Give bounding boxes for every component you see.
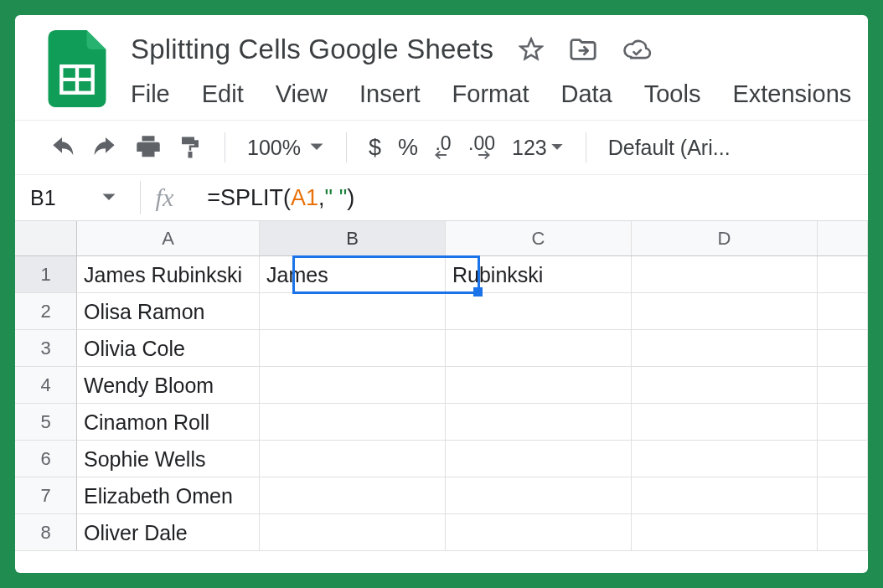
cell-C2[interactable] xyxy=(446,293,632,330)
cell-B8[interactable] xyxy=(260,514,446,551)
menu-format[interactable]: Format xyxy=(452,80,529,108)
cell-C3[interactable] xyxy=(446,330,632,367)
format-currency[interactable]: $ xyxy=(369,135,381,161)
title-bar: Splitting Cells Google Sheets xyxy=(15,15,868,108)
grid-row: 2Olisa Ramon xyxy=(15,293,868,330)
row-header[interactable]: 1 xyxy=(15,256,77,293)
menu-insert[interactable]: Insert xyxy=(359,80,421,108)
cell-B4[interactable] xyxy=(260,367,446,404)
cell-B7[interactable] xyxy=(260,477,446,514)
toolbar-separator xyxy=(346,132,347,162)
cell-D8[interactable] xyxy=(632,514,818,551)
document-title[interactable]: Splitting Cells Google Sheets xyxy=(131,34,493,65)
menu-edit[interactable]: Edit xyxy=(202,80,244,108)
grid-row: 7Elizabeth Omen xyxy=(15,477,868,514)
column-header-E[interactable] xyxy=(818,221,868,255)
menu-data[interactable]: Data xyxy=(560,80,612,108)
caret-down-icon xyxy=(309,142,324,152)
cell-B5[interactable] xyxy=(260,404,446,441)
zoom-value: 100% xyxy=(247,136,301,160)
toolbar: 100% $ % .0 .00 123 Default (Ari... xyxy=(15,121,868,174)
name-box[interactable]: B1 xyxy=(30,186,140,210)
spreadsheet-grid[interactable]: A B C D 1James RubinkskiJamesRubinkski2O… xyxy=(15,221,868,551)
cell-E1[interactable] xyxy=(818,256,868,293)
fx-icon: fx xyxy=(156,183,174,212)
cell-D3[interactable] xyxy=(632,330,818,367)
menu-view[interactable]: View xyxy=(276,80,328,108)
cell-C7[interactable] xyxy=(446,477,632,514)
cell-A2[interactable]: Olisa Ramon xyxy=(77,293,260,330)
row-header[interactable]: 3 xyxy=(15,330,77,367)
cell-D1[interactable] xyxy=(632,256,818,293)
zoom-dropdown[interactable]: 100% xyxy=(247,136,324,160)
undo-icon[interactable] xyxy=(49,137,75,157)
cell-D2[interactable] xyxy=(632,293,818,330)
cell-E3[interactable] xyxy=(818,330,868,367)
grid-row: 8Oliver Dale xyxy=(15,514,868,551)
toolbar-separator xyxy=(586,132,586,162)
formula-input[interactable]: =SPLIT(A1," ") xyxy=(207,185,354,211)
row-header[interactable]: 8 xyxy=(15,514,77,551)
cell-C4[interactable] xyxy=(446,367,632,404)
cell-A5[interactable]: Cinamon Roll xyxy=(77,404,260,441)
row-header[interactable]: 4 xyxy=(15,367,77,404)
star-icon[interactable] xyxy=(519,37,544,62)
column-header-B[interactable]: B xyxy=(260,221,446,255)
cell-E7[interactable] xyxy=(818,477,868,514)
paint-format-icon[interactable] xyxy=(178,135,203,160)
column-header-C[interactable]: C xyxy=(446,221,632,255)
cell-A1[interactable]: James Rubinkski xyxy=(77,256,260,293)
row-header[interactable]: 5 xyxy=(15,404,77,441)
menu-file[interactable]: File xyxy=(131,80,170,108)
cell-B1[interactable]: James xyxy=(260,256,446,293)
toolbar-separator xyxy=(225,132,225,162)
format-percent[interactable]: % xyxy=(398,135,418,161)
row-header[interactable]: 7 xyxy=(15,477,77,514)
menu-tools[interactable]: Tools xyxy=(644,80,701,108)
cloud-saved-icon[interactable] xyxy=(622,38,653,61)
cell-C1[interactable]: Rubinkski xyxy=(446,256,632,293)
cell-E2[interactable] xyxy=(818,293,868,330)
cell-C6[interactable] xyxy=(446,441,632,477)
caret-down-icon xyxy=(101,193,116,203)
sheets-logo-icon xyxy=(47,30,107,107)
row-header[interactable]: 6 xyxy=(15,441,77,477)
cell-E4[interactable] xyxy=(818,367,868,404)
grid-row: 4Wendy Bloom xyxy=(15,367,868,404)
decrease-decimal[interactable]: .0 xyxy=(435,136,452,159)
cell-C8[interactable] xyxy=(446,514,632,551)
cell-D5[interactable] xyxy=(632,404,818,441)
cell-B3[interactable] xyxy=(260,330,446,367)
cell-E5[interactable] xyxy=(818,404,868,441)
cell-A7[interactable]: Elizabeth Omen xyxy=(77,477,260,514)
cell-B2[interactable] xyxy=(260,293,446,330)
cell-D4[interactable] xyxy=(632,367,818,404)
cell-A4[interactable]: Wendy Bloom xyxy=(77,367,260,404)
grid-row: 5Cinamon Roll xyxy=(15,404,868,441)
row-header[interactable]: 2 xyxy=(15,293,77,330)
cell-A3[interactable]: Olivia Cole xyxy=(77,330,260,367)
column-headers: A B C D xyxy=(15,221,868,256)
menu-extensions[interactable]: Extensions xyxy=(732,80,851,108)
name-box-value: B1 xyxy=(30,186,56,210)
cell-A6[interactable]: Sophie Wells xyxy=(77,441,260,477)
cell-E6[interactable] xyxy=(818,441,868,477)
cell-D6[interactable] xyxy=(632,441,818,477)
font-family-dropdown[interactable]: Default (Ari... xyxy=(608,136,731,160)
cell-E8[interactable] xyxy=(818,514,868,551)
grid-row: 6Sophie Wells xyxy=(15,441,868,477)
cell-A8[interactable]: Oliver Dale xyxy=(77,514,260,551)
redo-icon[interactable] xyxy=(92,137,119,157)
cell-C5[interactable] xyxy=(446,404,632,441)
increase-decimal[interactable]: .00 xyxy=(468,136,495,159)
cell-B6[interactable] xyxy=(260,441,446,477)
column-header-A[interactable]: A xyxy=(77,221,260,255)
menu-bar: File Edit View Insert Format Data Tools … xyxy=(131,80,868,108)
formula-bar-row: B1 fx =SPLIT(A1," ") xyxy=(15,174,868,221)
select-all-corner[interactable] xyxy=(15,221,77,255)
cell-D7[interactable] xyxy=(632,477,818,514)
more-formats-dropdown[interactable]: 123 xyxy=(512,136,564,160)
print-icon[interactable] xyxy=(136,136,161,159)
move-to-folder-icon[interactable] xyxy=(569,37,597,62)
column-header-D[interactable]: D xyxy=(632,221,818,255)
